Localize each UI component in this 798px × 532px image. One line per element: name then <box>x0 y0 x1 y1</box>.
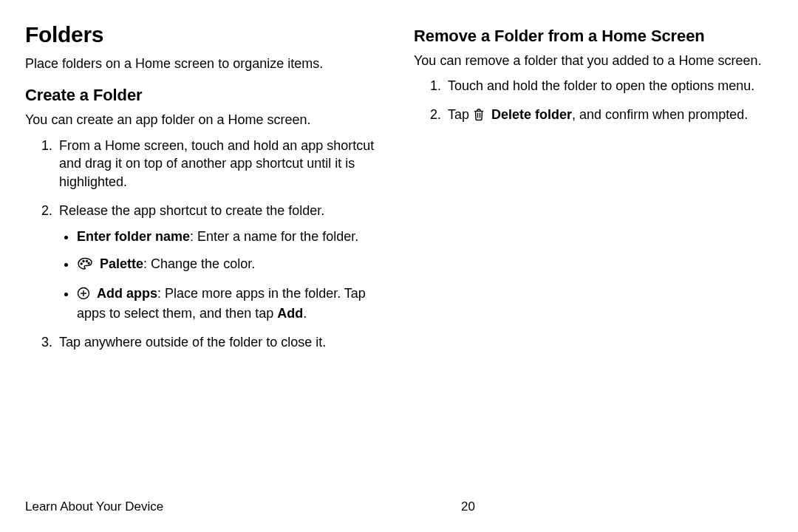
step-2: Release the app shortcut to create the f… <box>56 202 384 323</box>
svg-point-3 <box>88 262 89 264</box>
bullet-enter-name-label: Enter folder name <box>77 229 190 244</box>
bullet-palette: Palette: Change the color. <box>77 255 384 276</box>
step-2-text: Release the app shortcut to create the f… <box>59 203 324 218</box>
heading-remove-folder: Remove a Folder from a Home Screen <box>414 27 773 46</box>
bullet-enter-folder-name: Enter folder name: Enter a name for the … <box>77 228 384 246</box>
bullet-addapps-label: Add apps <box>97 286 157 301</box>
trash-icon <box>473 108 485 126</box>
bullet-palette-rest: : Change the color. <box>143 256 255 271</box>
intro-create-folder: You can create an app folder on a Home s… <box>25 111 384 129</box>
svg-point-1 <box>83 260 84 262</box>
page-title: Folders <box>25 22 384 47</box>
footer-spacer-left <box>163 499 453 514</box>
footer-spacer-right <box>483 499 773 514</box>
remove-step-2: Tap Delete folder, and confirm when prom… <box>445 106 773 126</box>
steps-create-folder: From a Home screen, touch and hold an ap… <box>25 137 384 352</box>
remove-step-2-pre: Tap <box>448 107 473 122</box>
step-1: From a Home screen, touch and hold an ap… <box>56 137 384 191</box>
intro-remove-folder: You can remove a folder that you added t… <box>414 52 773 69</box>
bullet-enter-name-rest: : Enter a name for the folder. <box>190 229 358 244</box>
step-2-bullets: Enter folder name: Enter a name for the … <box>59 228 384 323</box>
heading-create-folder: Create a Folder <box>25 86 384 105</box>
footer-page-number: 20 <box>454 499 483 514</box>
steps-remove-folder: Touch and hold the folder to open the op… <box>414 77 773 126</box>
add-apps-icon <box>77 287 90 305</box>
bullet-add-apps: Add apps: Place more apps in the folder.… <box>77 284 384 324</box>
intro-folders: Place folders on a Home screen to organi… <box>25 55 384 72</box>
palette-icon <box>77 257 93 276</box>
svg-point-0 <box>81 263 82 265</box>
remove-step-2-label: Delete folder <box>491 107 572 122</box>
page-footer: Learn About Your Device 20 <box>25 494 773 514</box>
svg-point-2 <box>86 260 88 262</box>
step-3: Tap anywhere outside of the folder to cl… <box>56 333 384 352</box>
bullet-palette-label: Palette <box>100 256 143 271</box>
remove-step-1: Touch and hold the folder to open the op… <box>445 77 773 95</box>
two-column-layout: Folders Place folders on a Home screen t… <box>25 22 773 494</box>
manual-page: Folders Place folders on a Home screen t… <box>0 0 798 532</box>
bullet-addapps-add: Add <box>277 306 303 321</box>
bullet-addapps-tail: . <box>303 306 307 321</box>
footer-section-name: Learn About Your Device <box>25 499 163 514</box>
left-column: Folders Place folders on a Home screen t… <box>25 22 384 494</box>
remove-step-2-rest: , and confirm when prompted. <box>572 107 748 122</box>
right-column: Remove a Folder from a Home Screen You c… <box>414 22 773 494</box>
